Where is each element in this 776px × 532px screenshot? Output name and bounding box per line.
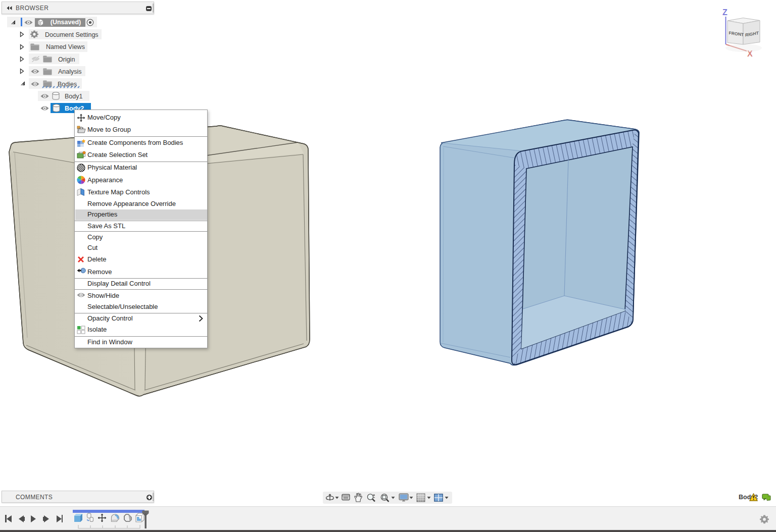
svg-text:Z: Z: [722, 8, 728, 17]
